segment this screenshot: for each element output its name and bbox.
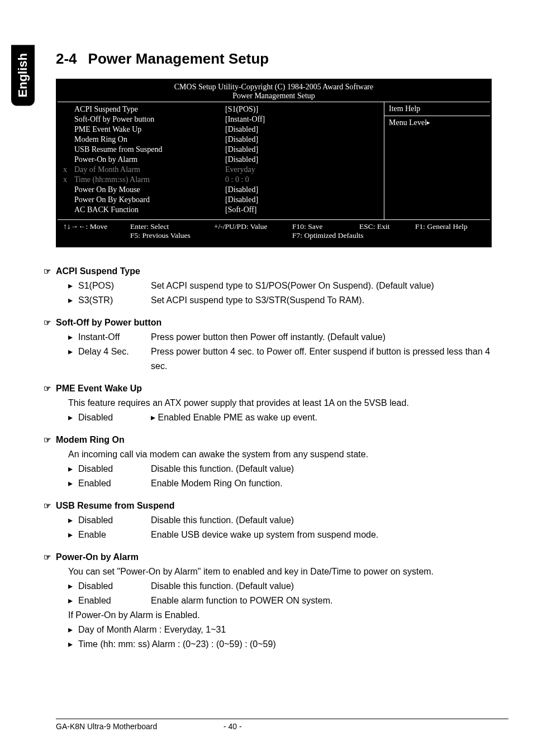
bios-settings-panel: ACPI Suspend Type [S1(POS)] Soft-Off by …	[58, 102, 384, 219]
pointer-icon: ☞	[44, 550, 56, 564]
option-row: ▸ Disabled Disable this function. (Defau…	[56, 462, 508, 476]
key-hint-f5: F5: Previous Values	[130, 231, 292, 240]
option-label: Enabled	[158, 413, 191, 422]
arrow-icon: ▸	[68, 410, 78, 425]
bios-header: CMOS Setup Utility-Copyright (C) 1984-20…	[58, 80, 490, 102]
key-hint-move: ↑↓→←: Move	[63, 222, 130, 231]
key-hint-f1: F1: General Help	[415, 222, 468, 231]
option-label: Disabled	[78, 513, 151, 528]
option-row-long: ▸ Day of Month Alarm : Everyday, 1~31	[56, 623, 508, 637]
arrow-icon: ▸	[68, 330, 78, 344]
bios-menu-level: Menu Level	[384, 116, 490, 130]
section-title-text: Power Management Setup	[88, 50, 269, 67]
item-heading: ☞ USB Resume from Suspend	[56, 499, 508, 513]
triangle-icon	[427, 118, 430, 127]
option-label: Disabled	[78, 579, 151, 594]
language-tab: English	[11, 45, 35, 106]
page-footer: GA-K8N Ultra-9 Motherboard - 40 -	[56, 719, 508, 731]
bios-row[interactable]: PME Event Wake Up [Disabled]	[63, 125, 378, 135]
option-desc: Press power button then Power off instan…	[151, 330, 508, 344]
arrow-icon: ▸	[151, 413, 155, 422]
bios-help-panel: Item Help Menu Level	[384, 102, 490, 219]
option-row: ▸ Disabled ▸ Enabled Enable PME as wake …	[56, 410, 508, 425]
bios-row[interactable]: Modem Ring On [Disabled]	[63, 135, 378, 145]
key-hint-pupd: +/-/PU/PD: Value	[214, 222, 292, 231]
section-title: 2-4Power Management Setup	[56, 50, 508, 68]
option-label: Enabled	[78, 476, 151, 491]
item-heading: ☞ Soft-Off by Power button	[56, 315, 508, 330]
option-desc: Enable alarm function to POWER ON system…	[151, 594, 508, 608]
option-label: Enable	[78, 528, 151, 542]
key-hint-f10: F10: Save	[292, 222, 359, 231]
option-desc: Set ACPI suspend type to S1/POS(Power On…	[151, 279, 508, 293]
footer-product: GA-K8N Ultra-9 Motherboard	[56, 722, 223, 731]
bios-row[interactable]: ACPI Suspend Type [S1(POS)]	[63, 104, 378, 114]
arrow-icon: ▸	[68, 293, 78, 308]
bios-row[interactable]: Power On By Mouse [Disabled]	[63, 185, 378, 195]
post-note: If Power-On by Alarm is Enabled.	[56, 608, 508, 623]
bios-screen: CMOS Setup Utility-Copyright (C) 1984-20…	[56, 79, 492, 247]
documentation-body: ☞ ACPI Suspend Type ▸ S1(POS) Set ACPI s…	[56, 264, 508, 652]
arrow-icon: ▸	[68, 528, 78, 542]
option-row: ▸ Instant-Off Press power button then Po…	[56, 330, 508, 344]
option-desc: Disable this function. (Default value)	[151, 513, 508, 528]
arrow-icon: ▸	[68, 279, 78, 293]
option-row: ▸ Enabled Enable alarm function to POWER…	[56, 594, 508, 608]
key-hint-f7: F7: Optimized Defaults	[292, 231, 363, 240]
item-note: An incoming call via modem can awake the…	[56, 447, 508, 462]
option-row: ▸ Enable Enable USB device wake up syste…	[56, 528, 508, 542]
arrow-icon: ▸	[68, 579, 78, 594]
item-heading: ☞ Modem Ring On	[56, 433, 508, 447]
pointer-icon: ☞	[44, 315, 56, 330]
page-content: 2-4Power Management Setup CMOS Setup Uti…	[56, 50, 508, 652]
footer-page-number: - 40 -	[223, 722, 242, 731]
pointer-icon: ☞	[44, 433, 56, 447]
option-desc: Press power button 4 sec. to Power off. …	[151, 344, 508, 374]
bios-help-header: Item Help	[384, 102, 490, 116]
option-label: S1(POS)	[78, 279, 151, 293]
option-label: Disabled	[78, 462, 151, 476]
bios-row[interactable]: Soft-Off by Power button [Instant-Off]	[63, 114, 378, 125]
arrow-icon: ▸	[68, 462, 78, 476]
arrow-icon: ▸	[68, 623, 78, 637]
option-row: ▸ Delay 4 Sec. Press power button 4 sec.…	[56, 344, 508, 374]
item-heading: ☞ PME Event Wake Up	[56, 381, 508, 396]
bios-row-disabled: xTime (hh:mm:ss) Alarm 0 : 0 : 0	[63, 175, 378, 185]
option-desc: Enable Modem Ring On function.	[151, 476, 508, 491]
option-row-long: ▸ Time (hh: mm: ss) Alarm : (0~23) : (0~…	[56, 637, 508, 652]
item-note: You can set "Power-On by Alarm" item to …	[56, 564, 508, 579]
bios-header-line2: Power Management Setup	[58, 92, 490, 101]
option-desc: Enable PME as wake up event.	[193, 413, 317, 422]
option-desc: Disable this function. (Default value)	[151, 579, 508, 594]
option-desc: ▸ Enabled Enable PME as wake up event.	[151, 410, 508, 425]
bios-row[interactable]: USB Resume from Suspend [Disabled]	[63, 145, 378, 155]
option-label: Enabled	[78, 594, 151, 608]
bios-body: ACPI Suspend Type [S1(POS)] Soft-Off by …	[58, 102, 490, 219]
option-label: Delay 4 Sec.	[78, 344, 151, 374]
option-label: S3(STR)	[78, 293, 151, 308]
option-label: Disabled	[78, 410, 151, 425]
bios-row[interactable]: AC BACK Function [Soft-Off]	[63, 205, 378, 215]
option-row: ▸ S1(POS) Set ACPI suspend type to S1/PO…	[56, 279, 508, 293]
option-row: ▸ Enabled Enable Modem Ring On function.	[56, 476, 508, 491]
item-note: This feature requires an ATX power suppl…	[56, 396, 508, 410]
item-heading: ☞ ACPI Suspend Type	[56, 264, 508, 279]
option-desc: Set ACPI suspend type to S3/STR(Suspend …	[151, 293, 508, 308]
arrow-icon: ▸	[68, 637, 78, 652]
section-number: 2-4	[56, 50, 77, 67]
bios-row[interactable]: Power-On by Alarm [Disabled]	[63, 155, 378, 165]
bios-header-line1: CMOS Setup Utility-Copyright (C) 1984-20…	[58, 83, 490, 92]
option-label: Instant-Off	[78, 330, 151, 344]
bios-row[interactable]: Power On By Keyboard [Disabled]	[63, 195, 378, 205]
bios-row-disabled: xDay of Month Alarm Everyday	[63, 165, 378, 175]
key-hint-esc: ESC: Exit	[359, 222, 415, 231]
option-desc: Disable this function. (Default value)	[151, 462, 508, 476]
item-heading: ☞ Power-On by Alarm	[56, 550, 508, 564]
option-row: ▸ Disabled Disable this function. (Defau…	[56, 579, 508, 594]
bios-footer: ↑↓→←: Move Enter: Select +/-/PU/PD: Valu…	[58, 219, 490, 242]
pointer-icon: ☞	[44, 264, 56, 279]
option-desc: Enable USB device wake up system from su…	[151, 528, 508, 542]
option-row: ▸ S3(STR) Set ACPI suspend type to S3/ST…	[56, 293, 508, 308]
arrow-icon: ▸	[68, 476, 78, 491]
key-hint-enter: Enter: Select	[130, 222, 214, 231]
